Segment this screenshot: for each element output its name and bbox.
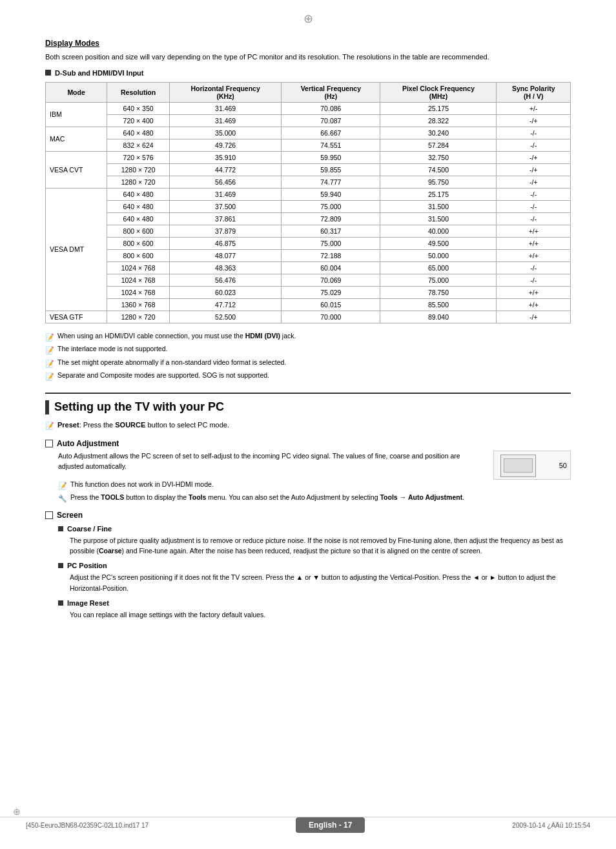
footer: [450-EeuroJBN68-02359C-02L10.ind17 17 En… <box>0 817 616 833</box>
table-row: 832 × 624 49.726 74.551 57.284 -/- <box>46 139 571 151</box>
auto-adj-note: 📝 This function does not work in DVI-HDM… <box>58 480 571 491</box>
crosshair-tr-icon <box>593 10 603 19</box>
res: 1360 × 768 <box>107 298 170 311</box>
auto-adjustment-header: Auto Adjustment <box>45 439 571 448</box>
sync: +/+ <box>497 237 571 249</box>
col-hfreq: Horizontal Frequency(KHz) <box>169 82 281 102</box>
res: 800 × 600 <box>107 237 170 249</box>
note-item: 📝 The set might operate abnormally if a … <box>45 358 571 369</box>
pixel: 78.750 <box>380 286 497 298</box>
table-row: VESA GTF 1280 × 720 52.500 70.000 89.040… <box>46 311 571 323</box>
auto-adj-note-text: This function does not work in DVI-HDMI … <box>70 480 214 490</box>
vfreq: 59.855 <box>282 163 380 176</box>
auto-adj-tools-text: Press the TOOLS button to display the To… <box>70 493 464 503</box>
auto-adj-image: 50 <box>493 451 571 480</box>
pc-position-text: Adjust the PC's screen positioning if it… <box>70 572 571 594</box>
sync: -/+ <box>497 311 571 323</box>
table-row: 1280 × 720 44.772 59.855 74.500 -/+ <box>46 163 571 176</box>
square-bullet-icon <box>45 70 51 76</box>
vfreq: 66.667 <box>282 127 380 139</box>
footer-left: [450-EeuroJBN68-02359C-02L10.ind17 17 <box>26 822 149 829</box>
res: 800 × 600 <box>107 249 170 261</box>
sync: -/+ <box>497 151 571 163</box>
sync: -/- <box>497 200 571 212</box>
vfreq: 72.188 <box>282 249 380 261</box>
crosshair-top-icon: ⊕ <box>303 12 313 26</box>
table-row: 1280 × 720 56.456 74.777 95.750 -/+ <box>46 176 571 188</box>
preset-note: 📝 Preset: Press the SOURCE button to sel… <box>45 421 571 430</box>
pixel: 57.284 <box>380 139 497 151</box>
res: 720 × 400 <box>107 114 170 127</box>
note-icon: 📝 <box>58 480 67 491</box>
vfreq: 75.000 <box>282 200 380 212</box>
pixel: 89.040 <box>380 311 497 323</box>
pixel: 28.322 <box>380 114 497 127</box>
res: 640 × 480 <box>107 127 170 139</box>
sync: +/- <box>497 102 571 114</box>
hfreq: 52.500 <box>169 311 281 323</box>
vfreq: 74.551 <box>282 139 380 151</box>
table-row: VESA CVT 720 × 576 35.910 59.950 32.750 … <box>46 151 571 163</box>
mode-vesa-cvt: VESA CVT <box>46 151 107 188</box>
note-text-1: When using an HDMI/DVI cable connection,… <box>57 331 296 342</box>
res: 1280 × 720 <box>107 311 170 323</box>
vfreq: 75.000 <box>282 237 380 249</box>
note-item: 📝 The interlace mode is not supported. <box>45 344 571 356</box>
intro-text: Both screen position and size will vary … <box>45 52 571 63</box>
pixel: 75.000 <box>380 274 497 286</box>
checkbox-icon <box>45 440 53 447</box>
table-row: 800 × 600 48.077 72.188 50.000 +/+ <box>46 249 571 261</box>
note-item: 📝 When using an HDMI/DVI cable connectio… <box>45 331 571 343</box>
sync: -/- <box>497 212 571 225</box>
res: 800 × 600 <box>107 225 170 237</box>
note-text-2: The interlace mode is not supported. <box>57 344 167 354</box>
auto-adj-tools-note: 🔧 Press the TOOLS button to display the … <box>58 493 571 504</box>
sync: -/- <box>497 274 571 286</box>
auto-adj-row: Auto Adjustment allows the PC screen of … <box>58 451 571 480</box>
note-icon: 📝 <box>45 422 54 430</box>
col-vfreq: Vertical Frequency(Hz) <box>282 82 380 102</box>
vfreq: 74.777 <box>282 176 380 188</box>
res: 640 × 350 <box>107 102 170 114</box>
res: 640 × 480 <box>107 200 170 212</box>
note-text-3: The set might operate abnormally if a no… <box>57 358 286 368</box>
pixel: 74.500 <box>380 163 497 176</box>
table-row: 720 × 400 31.469 70.087 28.322 -/+ <box>46 114 571 127</box>
display-modes-title: Display Modes <box>45 39 571 48</box>
pixel: 95.750 <box>380 176 497 188</box>
auto-adjustment-body: Auto Adjustment allows the PC screen of … <box>58 451 571 504</box>
sync: -/+ <box>497 176 571 188</box>
auto-adj-desc: Auto Adjustment allows the PC screen of … <box>58 451 487 473</box>
image-reset-title: Image Reset <box>67 599 109 607</box>
hfreq: 31.469 <box>169 188 281 200</box>
table-row: 640 × 480 37.861 72.809 31.500 -/- <box>46 212 571 225</box>
pixel: 30.240 <box>380 127 497 139</box>
mode-vesa-gtf: VESA GTF <box>46 311 107 323</box>
screen-body: Coarse / Fine The purpose of picture qua… <box>58 525 571 620</box>
coarse-title: Coarse / Fine <box>67 525 112 533</box>
sync: -/+ <box>497 163 571 176</box>
image-reset-text: You can replace all image settings with … <box>70 609 571 620</box>
dsub-title: D-Sub and HDMI/DVI Input <box>55 69 143 77</box>
sync: -/- <box>497 261 571 274</box>
hfreq: 44.772 <box>169 163 281 176</box>
pixel: 31.500 <box>380 200 497 212</box>
auto-adj-text: Auto Adjustment allows the PC screen of … <box>58 451 487 475</box>
hfreq: 56.476 <box>169 274 281 286</box>
vfreq: 59.950 <box>282 151 380 163</box>
note-icon: 📝 <box>45 332 54 343</box>
hfreq: 37.879 <box>169 225 281 237</box>
pixel: 31.500 <box>380 212 497 225</box>
pixel: 50.000 <box>380 249 497 261</box>
coarse-header: Coarse / Fine <box>58 525 571 533</box>
res: 1024 × 768 <box>107 261 170 274</box>
preset-text: Preset: Press the SOURCE button to selec… <box>57 421 229 429</box>
table-row: VESA DMT 640 × 480 31.469 59.940 25.175 … <box>46 188 571 200</box>
vfreq: 60.317 <box>282 225 380 237</box>
setting-title-text: Setting up the TV with your PC <box>54 400 224 414</box>
hfreq: 46.875 <box>169 237 281 249</box>
note-icon: 📝 <box>45 371 54 382</box>
small-square-bullet-icon <box>58 600 63 606</box>
pixel: 25.175 <box>380 102 497 114</box>
vfreq: 75.029 <box>282 286 380 298</box>
